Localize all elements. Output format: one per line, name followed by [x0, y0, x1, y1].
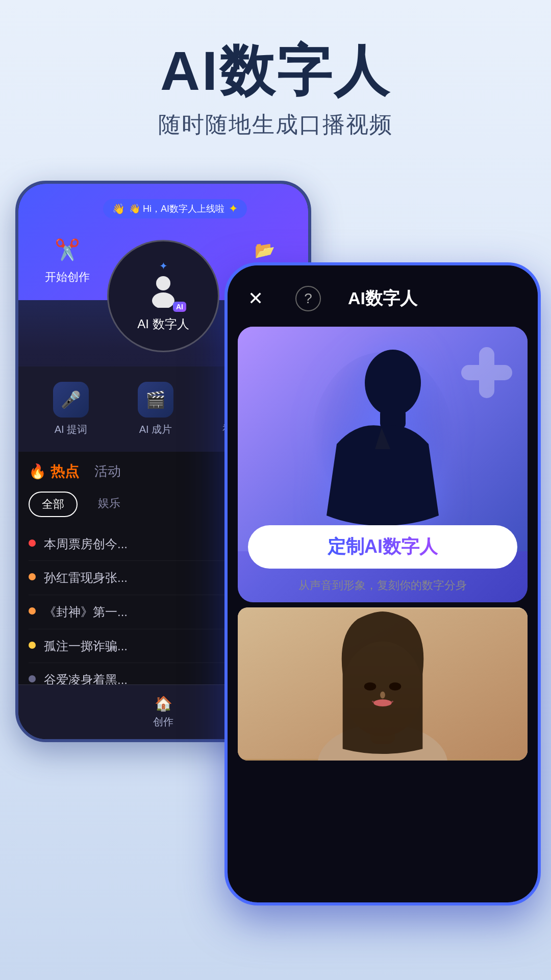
news-dot-5: [29, 675, 36, 682]
svg-point-11: [373, 699, 391, 706]
news-text-4: 孤注一掷诈骗...: [44, 638, 128, 655]
sparkle-top: ✦: [229, 202, 238, 215]
news-text-2: 孙红雷现身张...: [44, 569, 128, 586]
svg-point-12: [380, 691, 385, 698]
activity-label: 活动: [94, 463, 121, 479]
filter-all[interactable]: 全部: [29, 492, 78, 517]
nav-create-label: 创作: [153, 715, 173, 729]
person-photo: [238, 607, 528, 761]
ai-prompt-icon: 🎤: [53, 382, 89, 418]
tool-ai-prompt[interactable]: 🎤 AI 提词: [53, 382, 89, 436]
nav-create[interactable]: 🏠 创作: [153, 695, 173, 729]
person-photo-svg: [238, 607, 528, 761]
header-section: AI数字人 随时随地生成口播视频: [0, 0, 551, 160]
circle-person-icon: AI: [145, 272, 181, 310]
svg-point-9: [364, 682, 377, 691]
main-title: AI数字人: [0, 41, 551, 102]
hot-icon: 🔥: [29, 463, 46, 480]
ai-video-icon: 🎬: [138, 382, 173, 418]
front-second-section: [238, 607, 528, 761]
notification-text: 👋 Hi，AI数字人上线啦: [129, 203, 224, 215]
help-button[interactable]: ?: [295, 286, 321, 311]
svg-point-10: [389, 682, 402, 691]
tool-ai-video[interactable]: 🎬 AI 成片: [138, 382, 173, 436]
svg-point-3: [365, 350, 421, 416]
phones-container: 👋 👋 Hi，AI数字人上线啦 ✦ ✂️ 开始创作 📂 草稿箱: [0, 170, 551, 926]
sparkle-dots: ✦: [159, 260, 168, 272]
hot-tab[interactable]: 🔥 热点: [29, 462, 79, 481]
news-dot-2: [29, 573, 36, 580]
silhouette-svg: [306, 342, 459, 536]
plus-decoration: [461, 347, 512, 398]
ai-prompt-label: AI 提词: [55, 423, 87, 436]
svg-point-0: [156, 276, 170, 290]
front-header: ✕ ? AI数字人: [228, 265, 538, 322]
front-title: AI数字人: [348, 287, 417, 310]
phone-front-screen: ✕ ? AI数字人: [228, 265, 538, 902]
news-text-1: 本周票房创今...: [44, 535, 128, 553]
notification-badge: 👋 👋 Hi，AI数字人上线啦 ✦: [103, 199, 247, 218]
ai-mini-badge: AI: [173, 302, 186, 312]
sparkle-icon: 👋: [112, 203, 125, 215]
create-item[interactable]: ✂️ 开始创作: [45, 235, 90, 285]
sub-title: 随时随地生成口播视频: [0, 110, 551, 140]
hot-label: 热点: [51, 462, 79, 481]
activity-tab[interactable]: 活动: [94, 462, 121, 480]
news-text-3: 《封神》第一...: [44, 603, 128, 621]
filter-entertainment[interactable]: 娱乐: [86, 492, 133, 517]
news-dot-4: [29, 642, 36, 649]
nav-create-icon: 🏠: [155, 695, 172, 712]
ai-circle[interactable]: ✦ AI AI 数字人: [107, 240, 219, 352]
scissors-icon: ✂️: [52, 235, 83, 265]
silhouette-bg: [238, 327, 528, 551]
news-dot-3: [29, 607, 36, 615]
circle-label: AI 数字人: [137, 316, 189, 332]
draft-icon: 📂: [249, 235, 280, 265]
custom-ai-sub: 从声音到形象，复刻你的数字分身: [248, 574, 517, 597]
create-label: 开始创作: [45, 270, 90, 285]
close-button[interactable]: ✕: [243, 286, 268, 311]
news-dot-1: [29, 540, 36, 547]
custom-ai-button[interactable]: 定制AI数字人: [248, 525, 517, 569]
custom-ai-btn-text: 定制AI数字人: [328, 536, 438, 557]
ai-video-label: AI 成片: [139, 423, 172, 436]
svg-point-1: [152, 292, 174, 308]
front-main-card: 定制AI数字人 从声音到形象，复刻你的数字分身: [238, 327, 528, 602]
phone-front: ✕ ? AI数字人: [224, 262, 541, 905]
